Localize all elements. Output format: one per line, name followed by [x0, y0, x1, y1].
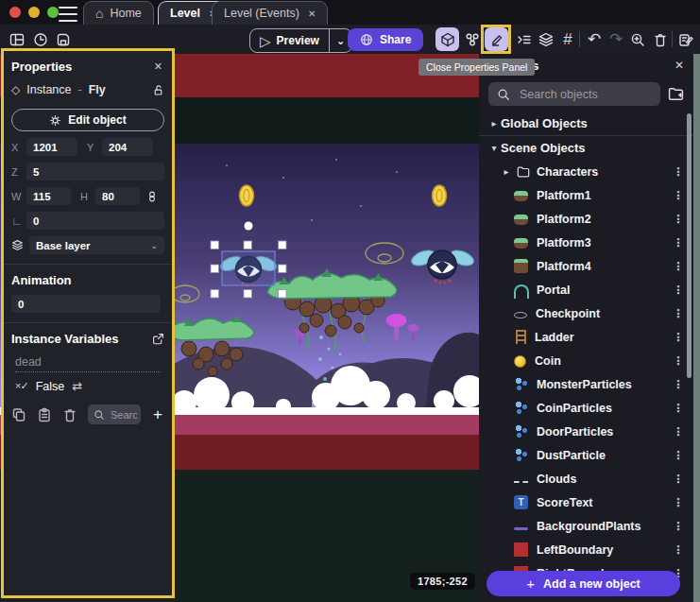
boundary-sprite-icon: [514, 542, 528, 557]
minimize-window-button[interactable]: [28, 7, 40, 18]
item-menu-icon[interactable]: ⋮: [673, 378, 693, 391]
paste-icon[interactable]: [37, 407, 52, 422]
ladder-sprite-icon: [516, 330, 526, 344]
share-label: Share: [380, 33, 411, 46]
objects-list: ▸ Global Objects ▾ Scene Objects ▸ Chara…: [479, 112, 693, 585]
variable-value[interactable]: False: [36, 380, 65, 393]
object-item[interactable]: Platform4⋮: [479, 254, 693, 278]
scene-properties-button[interactable]: [674, 27, 697, 51]
search-objects-input[interactable]: [518, 87, 652, 102]
3d-view-button[interactable]: [435, 27, 459, 51]
object-item[interactable]: Coin⋮: [479, 349, 693, 372]
item-menu-icon[interactable]: ⋮: [673, 496, 693, 509]
objects-scrollbar-thumb[interactable]: [687, 113, 691, 378]
search-icon: [94, 409, 105, 421]
item-menu-icon[interactable]: ⋮: [673, 402, 693, 415]
object-item[interactable]: Ladder⋮: [479, 325, 693, 349]
lock-open-icon[interactable]: [152, 84, 164, 96]
share-button[interactable]: Share: [348, 28, 423, 51]
close-properties-icon[interactable]: ✕: [152, 59, 164, 75]
toggle-value-icon[interactable]: ⇄: [72, 379, 82, 393]
close-objects-panel-icon[interactable]: ✕: [674, 59, 684, 72]
selection-box[interactable]: [222, 251, 275, 285]
edit-mode-pencil-button[interactable]: [485, 27, 508, 51]
object-item[interactable]: Platform3⋮: [479, 231, 693, 254]
angle-icon: ∟: [11, 215, 21, 228]
add-variable-button[interactable]: +: [151, 405, 164, 424]
group-scene-objects[interactable]: ▾ Scene Objects: [479, 136, 693, 160]
folder-characters[interactable]: ▸ Characters ⋮: [479, 160, 693, 183]
instances-button[interactable]: [461, 27, 484, 51]
window-scrollbar[interactable]: [693, 54, 700, 602]
tab-level-events[interactable]: Level (Events) ✕: [212, 1, 328, 25]
object-item[interactable]: Clouds⋮: [479, 467, 693, 490]
edit-object-button[interactable]: Edit object: [11, 109, 164, 131]
undo-button[interactable]: ↶: [583, 27, 606, 51]
item-menu-icon[interactable]: ⋮: [673, 449, 693, 462]
zoom-window-button[interactable]: [47, 7, 59, 18]
instance-type: Instance: [26, 83, 71, 96]
delete-button[interactable]: [649, 27, 672, 51]
animation-field[interactable]: [11, 295, 161, 313]
tab-label: Level: [170, 7, 200, 20]
trash-icon[interactable]: [62, 407, 77, 422]
object-item[interactable]: DustParticle⋮: [479, 443, 693, 467]
coin[interactable]: [240, 185, 254, 206]
coin[interactable]: [433, 185, 447, 206]
layers-button[interactable]: [535, 27, 557, 51]
grid-button[interactable]: #: [556, 27, 579, 51]
object-item[interactable]: DoorParticles⋮: [479, 420, 693, 443]
add-new-object-button[interactable]: + Add a new object: [487, 571, 680, 596]
x-field[interactable]: [26, 138, 77, 156]
object-item[interactable]: Portal⋮: [479, 278, 693, 301]
z-label: Z: [11, 166, 21, 178]
folder-icon: [517, 165, 530, 179]
globe-icon: [360, 33, 373, 46]
variable-name[interactable]: dead: [15, 355, 161, 372]
item-menu-icon[interactable]: ⋮: [673, 543, 693, 557]
caret-down-icon: ▾: [487, 143, 501, 153]
object-item[interactable]: MonsterParticles⋮: [479, 372, 693, 396]
y-field[interactable]: [102, 138, 153, 156]
z-field[interactable]: [26, 163, 164, 181]
copy-icon[interactable]: [11, 407, 26, 422]
item-menu-icon[interactable]: ⋮: [673, 425, 693, 439]
properties-panel: Properties ✕ ◇ Instance - Fly Edit objec…: [1, 48, 175, 598]
link-dimensions-icon[interactable]: [146, 190, 158, 203]
redo-button[interactable]: ↷: [605, 27, 627, 51]
preview-button[interactable]: ▷ Preview: [250, 29, 329, 52]
object-item[interactable]: Platform1⋮: [479, 183, 693, 207]
object-item[interactable]: Platform2⋮: [479, 207, 693, 231]
group-global-objects[interactable]: ▸ Global Objects: [479, 112, 693, 135]
close-tab-icon[interactable]: ✕: [308, 9, 316, 19]
object-item[interactable]: CoinParticles⋮: [479, 396, 693, 420]
search-objects-box[interactable]: [488, 82, 660, 106]
width-field[interactable]: [26, 187, 71, 205]
angle-field[interactable]: [26, 212, 164, 230]
object-item[interactable]: Checkpoint⋮: [479, 301, 693, 325]
preview-button-group: ▷ Preview ⌄: [249, 28, 352, 53]
rotate-handle[interactable]: [245, 222, 253, 231]
dash: -: [78, 83, 82, 96]
instance-icon: ◇: [11, 83, 20, 96]
layer-select[interactable]: Base layer ⌄: [29, 236, 164, 254]
variables-search-input[interactable]: [109, 408, 139, 421]
zoom-in-button[interactable]: [626, 27, 649, 51]
height-field[interactable]: [95, 187, 140, 205]
text-object-icon: T: [514, 495, 528, 509]
variables-search[interactable]: [88, 404, 141, 424]
item-menu-icon[interactable]: ⋮: [673, 520, 693, 533]
object-item[interactable]: LeftBoundary⋮: [479, 538, 693, 561]
app-window: 1785;-252 ⌂ Home Level ✕ Level (Events) …: [0, 0, 700, 602]
object-item[interactable]: BackgroundPlants⋮: [479, 514, 693, 538]
objects-panel: Objects ✕ ▸ Global Objects ▾ Scene Objec…: [479, 54, 693, 602]
main-menu-icon[interactable]: [59, 5, 77, 24]
item-menu-icon[interactable]: ⋮: [673, 473, 693, 486]
object-item[interactable]: TScoreText⋮: [479, 490, 693, 514]
objects-list-button[interactable]: [513, 27, 536, 51]
add-folder-icon[interactable]: [668, 86, 684, 102]
platform-sprite-icon: [514, 191, 528, 201]
close-window-button[interactable]: [9, 7, 21, 18]
tab-home[interactable]: ⌂ Home: [83, 1, 154, 25]
open-variables-icon[interactable]: [152, 333, 164, 345]
